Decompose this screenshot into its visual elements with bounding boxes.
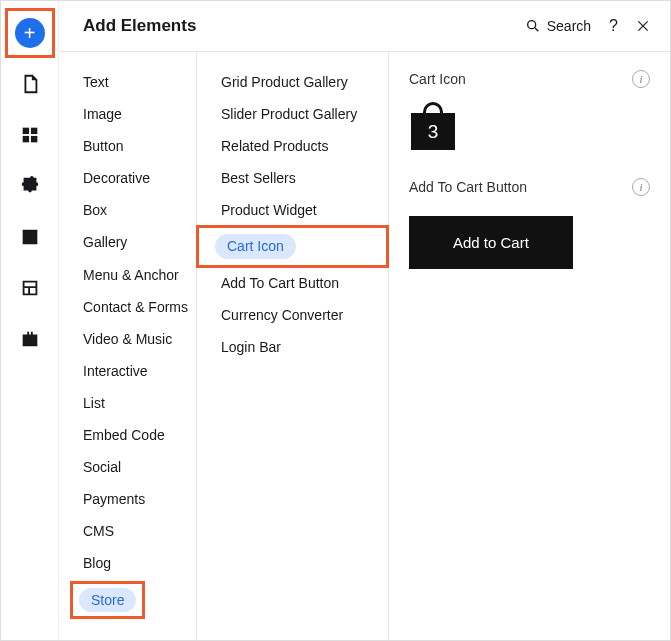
add-button[interactable]: + [12, 15, 48, 51]
info-icon[interactable]: i [632, 178, 650, 196]
svg-rect-1 [30, 128, 36, 134]
cart-count: 3 [411, 121, 455, 143]
svg-rect-3 [30, 136, 36, 142]
info-icon[interactable]: i [632, 70, 650, 88]
subcategory-list: Grid Product Gallery Slider Product Gall… [197, 52, 389, 640]
category-cms[interactable]: CMS [59, 515, 196, 547]
category-button[interactable]: Button [59, 130, 196, 162]
briefcase-icon [19, 328, 41, 350]
search-button[interactable]: Search [525, 18, 591, 34]
category-embed-code[interactable]: Embed Code [59, 419, 196, 451]
add-to-cart-button-preview[interactable]: Add to Cart [409, 216, 573, 269]
search-icon [525, 18, 541, 34]
rail-design[interactable] [12, 168, 48, 204]
search-label: Search [547, 18, 591, 34]
category-store[interactable]: Store [59, 580, 196, 620]
close-button[interactable] [636, 19, 650, 33]
rail-business[interactable] [12, 321, 48, 357]
sub-grid-product-gallery[interactable]: Grid Product Gallery [197, 66, 388, 98]
panel-title: Add Elements [83, 16, 196, 36]
puzzle-icon [19, 175, 41, 197]
category-social[interactable]: Social [59, 451, 196, 483]
svg-rect-2 [22, 136, 28, 142]
category-payments[interactable]: Payments [59, 483, 196, 515]
svg-rect-0 [22, 128, 28, 134]
header-actions: Search ? [525, 17, 650, 35]
close-icon [636, 19, 650, 33]
sub-cart-icon[interactable]: Cart Icon [197, 226, 388, 266]
sub-slider-product-gallery[interactable]: Slider Product Gallery [197, 98, 388, 130]
panel-header: Add Elements Search ? [59, 1, 670, 51]
category-menu-anchor[interactable]: Menu & Anchor [59, 259, 196, 291]
preview-cart-icon-title-row: Cart Icon i [409, 70, 650, 88]
image-icon [19, 226, 41, 248]
svg-line-5 [535, 28, 538, 31]
category-text[interactable]: Text [59, 66, 196, 98]
preview-cart-icon-section: Cart Icon i 3 [409, 70, 650, 150]
preview-add-to-cart-section: Add To Cart Button i Add to Cart [409, 178, 650, 269]
category-video-music[interactable]: Video & Music [59, 323, 196, 355]
category-blog[interactable]: Blog [59, 547, 196, 579]
rail-pages[interactable] [12, 66, 48, 102]
preview-cart-icon-title: Cart Icon [409, 71, 466, 87]
plus-icon: + [15, 18, 45, 48]
sub-add-to-cart-button[interactable]: Add To Cart Button [197, 267, 388, 299]
grid-icon [19, 124, 41, 146]
layout-icon [19, 277, 41, 299]
category-interactive[interactable]: Interactive [59, 355, 196, 387]
category-list: Text Image Button Decorative Box Gallery… [59, 52, 197, 640]
sub-related-products[interactable]: Related Products [197, 130, 388, 162]
left-rail: + [1, 1, 59, 640]
category-image[interactable]: Image [59, 98, 196, 130]
category-decorative[interactable]: Decorative [59, 162, 196, 194]
rail-content[interactable] [12, 270, 48, 306]
category-contact-forms[interactable]: Contact & Forms [59, 291, 196, 323]
help-icon: ? [609, 17, 618, 35]
svg-point-4 [527, 21, 535, 29]
panel: Add Elements Search ? Text Image Button [59, 1, 670, 640]
category-list-el[interactable]: List [59, 387, 196, 419]
document-icon [19, 73, 41, 95]
sub-product-widget[interactable]: Product Widget [197, 194, 388, 226]
cart-icon-preview[interactable]: 3 [411, 102, 455, 150]
help-button[interactable]: ? [609, 17, 618, 35]
sub-login-bar[interactable]: Login Bar [197, 331, 388, 363]
panel-body: Text Image Button Decorative Box Gallery… [59, 51, 670, 640]
preview-add-to-cart-title: Add To Cart Button [409, 179, 527, 195]
sub-currency-converter[interactable]: Currency Converter [197, 299, 388, 331]
category-gallery[interactable]: Gallery [59, 226, 196, 258]
category-box[interactable]: Box [59, 194, 196, 226]
sub-best-sellers[interactable]: Best Sellers [197, 162, 388, 194]
preview-add-to-cart-title-row: Add To Cart Button i [409, 178, 650, 196]
add-elements-panel: + Add Elements Search [0, 0, 671, 641]
rail-media[interactable] [12, 219, 48, 255]
rail-sections[interactable] [12, 117, 48, 153]
preview-pane: Cart Icon i 3 Add To Cart Button i Add t… [389, 52, 670, 640]
